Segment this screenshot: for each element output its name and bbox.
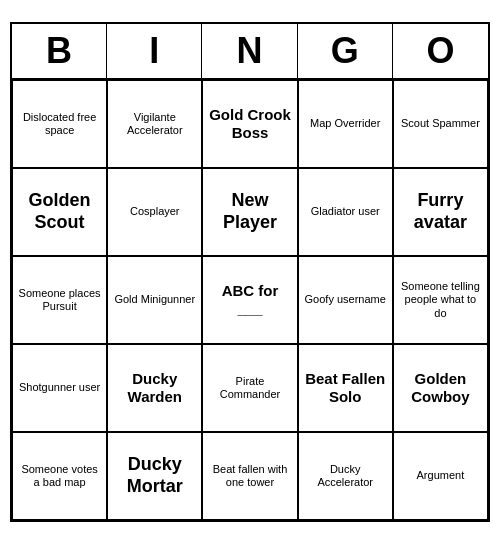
bingo-cell-7: New Player — [202, 168, 297, 256]
bingo-cell-11: Gold Minigunner — [107, 256, 202, 344]
bingo-cell-17: Pirate Commander — [202, 344, 297, 432]
letter-b: B — [12, 24, 107, 78]
letter-i: I — [107, 24, 202, 78]
bingo-cell-15: Shotgunner user — [12, 344, 107, 432]
bingo-cell-9: Furry avatar — [393, 168, 488, 256]
bingo-card: B I N G O Dislocated free spaceVigilante… — [10, 22, 490, 522]
bingo-cell-13: Goofy username — [298, 256, 393, 344]
bingo-cell-16: Ducky Warden — [107, 344, 202, 432]
bingo-cell-19: Golden Cowboy — [393, 344, 488, 432]
bingo-cell-8: Gladiator user — [298, 168, 393, 256]
bingo-cell-21: Ducky Mortar — [107, 432, 202, 520]
bingo-cell-18: Beat Fallen Solo — [298, 344, 393, 432]
bingo-cell-6: Cosplayer — [107, 168, 202, 256]
letter-o: O — [393, 24, 488, 78]
bingo-cell-10: Someone places Pursuit — [12, 256, 107, 344]
bingo-cell-12: ABC for ___ — [202, 256, 297, 344]
bingo-cell-2: Gold Crook Boss — [202, 80, 297, 168]
bingo-cell-24: Argument — [393, 432, 488, 520]
letter-n: N — [202, 24, 297, 78]
bingo-cell-1: Vigilante Accelerator — [107, 80, 202, 168]
bingo-grid: Dislocated free spaceVigilante Accelerat… — [12, 80, 488, 520]
bingo-cell-3: Map Overrider — [298, 80, 393, 168]
bingo-cell-5: Golden Scout — [12, 168, 107, 256]
bingo-cell-20: Someone votes a bad map — [12, 432, 107, 520]
bingo-cell-23: Ducky Accelerator — [298, 432, 393, 520]
bingo-cell-0: Dislocated free space — [12, 80, 107, 168]
bingo-cell-14: Someone telling people what to do — [393, 256, 488, 344]
bingo-cell-22: Beat fallen with one tower — [202, 432, 297, 520]
bingo-cell-4: Scout Spammer — [393, 80, 488, 168]
bingo-header: B I N G O — [12, 24, 488, 80]
letter-g: G — [298, 24, 393, 78]
